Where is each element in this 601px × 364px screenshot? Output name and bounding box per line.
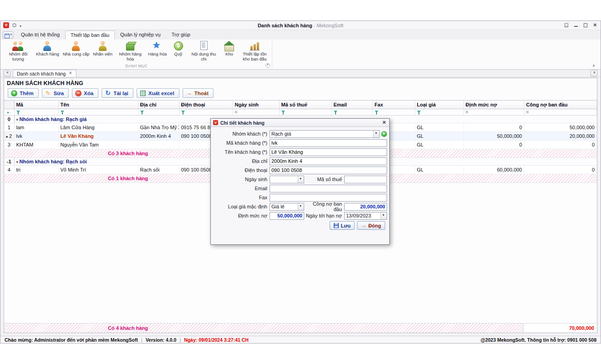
window-title-text: Danh sách khách hàng <box>258 23 312 28</box>
ten-khach-hang-label: Tên khách hàng (*) <box>213 149 270 155</box>
tab-quan-ly-nghiep-vu[interactable]: Quản lý nghiệp vụ <box>115 30 166 40</box>
grid-header-row: Mã Tên Địa chỉ Điện thoại Ngày sinh Mã s… <box>4 101 597 109</box>
column-header-dien-thoai[interactable]: Điện thoại <box>179 101 233 109</box>
tab-quan-tri-he-thong[interactable]: Quản trị hệ thống <box>15 30 65 40</box>
tab-thiet-lap-ban-dau[interactable]: Thiết lập ban đầu <box>65 30 115 40</box>
dia-chi-label: Địa chỉ <box>213 158 270 164</box>
fax-input[interactable] <box>270 194 387 202</box>
minimize-icon[interactable] <box>573 23 579 28</box>
grid-footer-row: Có 4 khách hàng 70,000,000 <box>4 323 597 333</box>
cong-no-ban-dau-input[interactable] <box>344 203 387 211</box>
reload-button[interactable]: Tải lại <box>102 88 133 98</box>
column-header-cong-no-ban-dau[interactable]: Công nợ ban đầu <box>524 101 597 109</box>
ten-khach-hang-input[interactable] <box>270 148 387 156</box>
tab-list-close-icon[interactable] <box>4 70 10 76</box>
dien-thoai-input[interactable] <box>270 167 387 174</box>
add-icon <box>11 90 17 96</box>
ma-khach-hang-input[interactable] <box>270 139 387 147</box>
ribbon-item-noi-dung-thu-chi[interactable]: Nội dung thu chi <box>188 40 219 61</box>
dialog-close-icon[interactable] <box>382 120 387 126</box>
filter-equals-icon[interactable]: = <box>235 110 238 115</box>
app-menu-icon[interactable] <box>3 31 13 39</box>
restore-icon[interactable] <box>583 23 588 28</box>
export-excel-button[interactable]: Xuất excel <box>137 88 179 98</box>
cell-ten: Lê Văn Kháng <box>58 131 138 140</box>
dia-chi-input[interactable] <box>270 157 387 165</box>
ngay-sinh-combo[interactable] <box>270 176 304 183</box>
ribbon-item-quy[interactable]: Quỹ <box>168 40 188 57</box>
column-header-ma-so-thue[interactable]: Mã số thuế <box>279 101 331 109</box>
ribbon-item-nhan-vien[interactable]: Nhân viên <box>91 40 114 57</box>
filter-funnel-icon[interactable] <box>140 111 144 115</box>
cell-dia-chi: Rạch sỏi <box>138 165 179 174</box>
filter-funnel-icon[interactable] <box>281 111 285 115</box>
ngay-toi-han-label: Ngày tới hạn nợ <box>305 213 344 218</box>
loai-gia-combo[interactable]: Giá lẻ <box>270 203 304 211</box>
column-header-ten[interactable]: Tên <box>58 101 138 109</box>
filter-funnel-icon[interactable] <box>334 111 338 115</box>
chevron-down-icon[interactable] <box>298 203 304 210</box>
ribbon-item-nhom-doi-tuong[interactable]: Nhóm đối tượng <box>2 40 34 61</box>
dialog-titlebar[interactable]: V Chi tiết khách hàng <box>211 119 389 127</box>
filter-funnel-icon[interactable] <box>16 111 20 115</box>
ribbon-collapse-icon[interactable] <box>591 62 597 68</box>
ribbon-item-nhom-hang-hoa[interactable]: Nhóm hàng hóa <box>114 40 146 61</box>
excel-icon <box>140 90 146 96</box>
group-launcher-icon[interactable] <box>265 63 270 68</box>
ribbon-item-kho[interactable]: Kho <box>219 40 239 57</box>
ribbon-item-khach-hang[interactable]: Khách hàng <box>34 40 61 57</box>
email-input[interactable] <box>270 185 387 192</box>
tabstrip-close-icon[interactable] <box>591 70 597 76</box>
ribbon-group-caption-row: DANH MỤC <box>2 63 270 69</box>
filter-funnel-icon[interactable] <box>61 111 65 115</box>
exit-icon <box>186 90 192 96</box>
tab-tro-giup[interactable]: Trợ giúp <box>166 30 196 40</box>
filter-pick-icon[interactable] <box>6 111 11 114</box>
ribbon-item-label: Nội dung thu chi <box>189 52 218 61</box>
close-icon[interactable] <box>592 23 598 28</box>
delete-button[interactable]: Xóa <box>72 88 98 98</box>
column-header-fax[interactable]: Fax <box>372 101 415 109</box>
column-header-loai-gia[interactable]: Loại giá <box>415 101 463 109</box>
tab-close-icon[interactable] <box>69 71 72 76</box>
dinh-muc-no-input[interactable] <box>270 212 304 220</box>
ngay-toi-han-value: 13/09/2023 <box>345 213 381 218</box>
filter-funnel-icon[interactable] <box>417 111 421 115</box>
ribbon-item-nha-cung-cap[interactable]: Nhà cung cấp <box>61 40 92 57</box>
close-button[interactable]: Đóng <box>357 221 385 230</box>
edit-button[interactable]: Sửa <box>42 88 69 98</box>
window-style-icon[interactable] <box>564 23 569 28</box>
ribbon-item-label: Nhóm đối tượng <box>4 52 32 61</box>
chevron-down-icon[interactable] <box>298 176 304 183</box>
ribbon-item-thiet-lap-ton-kho[interactable]: Thiết lập tồn kho ban đầu <box>239 40 270 61</box>
quick-access-icon[interactable] <box>12 23 16 27</box>
dialog-body: Nhóm khách (*) Rạch giá Mã khách hàng (*… <box>211 127 389 230</box>
filter-funnel-icon[interactable] <box>375 111 379 115</box>
save-button[interactable]: Lưu <box>330 221 354 230</box>
add-button[interactable]: Thêm <box>8 88 39 98</box>
ma-so-thue-input[interactable] <box>344 176 387 183</box>
column-header-ngay-sinh[interactable]: Ngày sinh <box>233 101 279 109</box>
quick-access-dropdown-icon[interactable] <box>20 23 21 28</box>
save-label: Lưu <box>341 223 350 228</box>
exit-button[interactable]: Thoát <box>183 88 214 98</box>
add-customer-group-button[interactable] <box>381 131 387 137</box>
chevron-down-icon[interactable] <box>381 212 387 219</box>
filter-funnel-icon[interactable] <box>181 111 185 115</box>
filter-equals-icon[interactable]: = <box>466 110 469 115</box>
toolbar: Thêm Sửa Xóa Tải lại Xuất excel Thoát <box>4 87 597 100</box>
ribbon-item-hang-hoa[interactable]: Hàng hóa <box>146 40 168 57</box>
column-header-dia-chi[interactable]: Địa chỉ <box>138 101 179 109</box>
ngay-toi-han-combo[interactable]: 13/09/2023 <box>344 212 387 220</box>
document-tab-danh-sach-khach-hang[interactable]: Danh sách khách hàng <box>13 70 76 77</box>
column-header-dinh-muc-no[interactable]: Định mức nợ <box>463 101 524 109</box>
column-header-email[interactable]: Email <box>331 101 372 109</box>
product-icon <box>151 40 164 51</box>
cell-ten: Lâm Cửa Hàng <box>58 123 138 131</box>
chevron-down-icon[interactable] <box>373 131 379 137</box>
column-header-ma[interactable]: Mã <box>14 101 58 109</box>
customer-detail-dialog: V Chi tiết khách hàng Nhóm khách (*) Rạc… <box>210 118 390 245</box>
filter-equals-icon[interactable]: = <box>526 110 529 115</box>
status-version: Version: 4.0.0 <box>146 337 177 343</box>
nhom-khach-combo[interactable]: Rạch giá <box>270 130 380 138</box>
